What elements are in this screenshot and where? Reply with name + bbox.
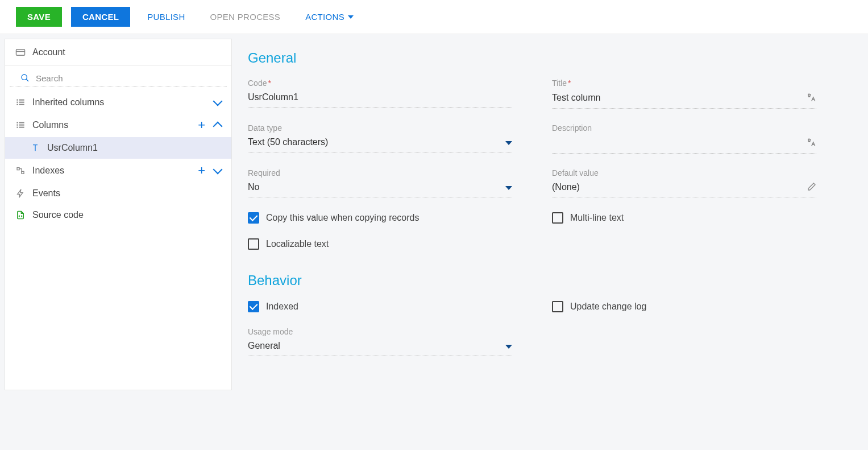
description-input[interactable] — [552, 135, 816, 154]
text-column-icon — [30, 143, 40, 153]
data-type-select[interactable]: Text (50 characters) — [248, 135, 512, 152]
save-button[interactable]: SAVE — [16, 7, 62, 27]
toolbar: SAVE CANCEL PUBLISH OPEN PROCESS ACTIONS — [0, 0, 868, 34]
update-log-checkbox-row: Update change log — [552, 301, 816, 312]
svg-rect-16 — [17, 168, 19, 170]
tree-inherited-columns[interactable]: Inherited columns — [5, 92, 231, 113]
tree-source-code[interactable]: Source code — [5, 204, 231, 226]
tree-label: Inherited columns — [32, 97, 207, 108]
svg-rect-14 — [16, 127, 18, 128]
behavior-section-title: Behavior — [248, 273, 858, 288]
add-column-button[interactable]: + — [196, 119, 207, 131]
open-process-button[interactable]: OPEN PROCESS — [202, 7, 289, 27]
required-field: Required No — [248, 168, 512, 197]
dropdown-caret-icon — [505, 345, 512, 349]
description-field: Description — [552, 123, 816, 154]
events-icon — [15, 188, 26, 199]
translate-icon[interactable] — [806, 92, 816, 105]
edit-icon[interactable] — [807, 182, 816, 193]
entity-icon — [15, 47, 26, 57]
dropdown-caret-icon — [505, 141, 512, 145]
entity-name: Account — [32, 47, 65, 57]
general-form: Code* UsrColumn1 Title* Test column — [248, 79, 816, 250]
search-row — [10, 66, 227, 87]
checkbox-label: Indexed — [266, 302, 298, 312]
indexes-icon — [15, 166, 26, 176]
translate-icon[interactable] — [806, 137, 816, 150]
svg-rect-8 — [16, 104, 18, 105]
title-input[interactable]: Test column — [552, 90, 816, 109]
indexed-checkbox[interactable] — [248, 301, 259, 312]
main-panel: General Code* UsrColumn1 Title* Test col… — [242, 39, 863, 390]
source-code-icon — [15, 210, 26, 220]
multiline-checkbox-row: Multi-line text — [552, 212, 816, 224]
checkbox-label: Localizable text — [266, 239, 329, 249]
svg-rect-11 — [19, 122, 24, 123]
svg-rect-5 — [19, 100, 24, 101]
svg-rect-15 — [19, 127, 24, 128]
workspace: Account Inherited columns Columns + — [0, 34, 868, 395]
field-label: Title* — [552, 79, 816, 88]
cancel-button[interactable]: CANCEL — [71, 7, 130, 27]
tree-columns[interactable]: Columns + — [5, 113, 231, 137]
field-label: Code* — [248, 79, 512, 88]
chevron-up-icon[interactable] — [213, 122, 223, 131]
tree-label: Events — [32, 188, 221, 199]
tree-label: Source code — [32, 210, 221, 220]
svg-rect-10 — [16, 122, 18, 123]
svg-point-2 — [22, 75, 27, 80]
sidebar-header: Account — [5, 39, 231, 66]
required-select[interactable]: No — [248, 180, 512, 197]
field-label: Required — [248, 168, 512, 177]
columns-icon — [15, 97, 26, 108]
add-index-button[interactable]: + — [196, 164, 207, 177]
checkbox-label: Multi-line text — [570, 213, 624, 223]
default-value-field: Default value (None) — [552, 168, 816, 197]
localizable-checkbox[interactable] — [248, 238, 259, 250]
tree-label: Indexes — [32, 166, 189, 176]
update-log-checkbox[interactable] — [552, 301, 563, 312]
field-label: Usage mode — [248, 327, 512, 336]
search-input[interactable] — [36, 73, 217, 83]
chevron-down-icon[interactable] — [213, 97, 223, 106]
tree-label: UsrColumn1 — [47, 143, 221, 153]
svg-rect-13 — [19, 125, 24, 126]
tree-indexes[interactable]: Indexes + — [5, 159, 231, 183]
search-icon — [20, 73, 30, 83]
copy-value-checkbox[interactable] — [248, 212, 259, 224]
publish-button[interactable]: PUBLISH — [139, 7, 193, 27]
svg-rect-12 — [16, 125, 18, 126]
chevron-down-icon[interactable] — [213, 165, 223, 175]
svg-line-3 — [26, 79, 28, 81]
code-field: Code* UsrColumn1 — [248, 79, 512, 109]
data-type-field: Data type Text (50 characters) — [248, 123, 512, 154]
svg-rect-4 — [16, 100, 18, 101]
multiline-checkbox[interactable] — [552, 212, 563, 224]
general-section-title: General — [248, 50, 858, 66]
usage-mode-field: Usage mode General — [248, 327, 512, 356]
dropdown-caret-icon — [505, 186, 512, 190]
copy-value-checkbox-row: Copy this value when copying records — [248, 212, 512, 224]
svg-rect-7 — [19, 102, 24, 103]
sidebar: Account Inherited columns Columns + — [5, 39, 232, 390]
title-field: Title* Test column — [552, 79, 816, 109]
actions-label: ACTIONS — [305, 12, 344, 22]
checkbox-label: Update change log — [570, 302, 646, 312]
usage-mode-select[interactable]: General — [248, 338, 512, 356]
svg-rect-0 — [16, 49, 25, 56]
field-label: Default value — [552, 168, 816, 177]
field-label: Data type — [248, 123, 512, 133]
actions-dropdown[interactable]: ACTIONS — [297, 7, 362, 27]
default-value-input[interactable]: (None) — [552, 180, 816, 197]
tree-label: Columns — [32, 120, 189, 130]
checkbox-label: Copy this value when copying records — [266, 213, 419, 223]
tree-column-item[interactable]: UsrColumn1 — [5, 137, 231, 159]
tree-events[interactable]: Events — [5, 183, 231, 204]
behavior-form: Indexed Update change log Usage mode Gen… — [248, 301, 816, 356]
svg-rect-9 — [19, 104, 24, 105]
field-label: Description — [552, 123, 816, 133]
columns-icon — [15, 120, 26, 130]
code-input[interactable]: UsrColumn1 — [248, 90, 512, 108]
localizable-checkbox-row: Localizable text — [248, 238, 512, 250]
svg-rect-6 — [16, 102, 18, 103]
